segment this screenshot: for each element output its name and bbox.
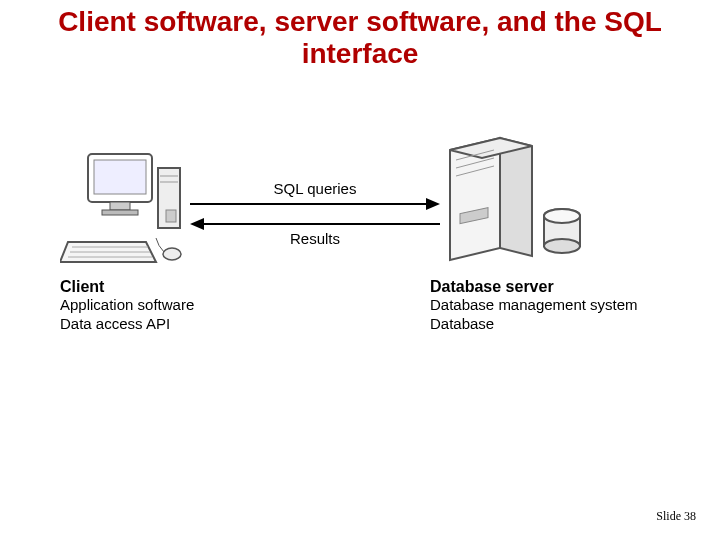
- slide-number: Slide 38: [656, 509, 696, 524]
- slide: Client software, server software, and th…: [0, 0, 720, 540]
- arrow-area: SQL queries Results: [190, 180, 440, 260]
- client-text-block: Client Application software Data access …: [60, 278, 194, 334]
- client-computer-icon: [60, 150, 190, 270]
- server-line-1: Database management system: [430, 296, 638, 315]
- svg-rect-7: [166, 210, 176, 222]
- client-line-2: Data access API: [60, 315, 194, 334]
- svg-point-22: [544, 239, 580, 253]
- arrow-label-results: Results: [190, 230, 440, 247]
- svg-point-23: [544, 209, 580, 223]
- server-line-2: Database: [430, 315, 638, 334]
- server-tower-icon: [430, 130, 590, 270]
- svg-rect-1: [94, 160, 146, 194]
- svg-marker-25: [426, 198, 440, 210]
- svg-rect-3: [102, 210, 138, 215]
- svg-marker-27: [190, 218, 204, 230]
- client-heading: Client: [60, 278, 194, 296]
- client-line-1: Application software: [60, 296, 194, 315]
- arrows-icon: [190, 180, 440, 260]
- svg-marker-14: [500, 138, 532, 256]
- svg-rect-2: [110, 202, 130, 210]
- architecture-diagram: SQL queries Results Client Application s…: [60, 150, 660, 380]
- slide-title: Client software, server software, and th…: [0, 6, 720, 70]
- server-heading: Database server: [430, 278, 638, 296]
- server-text-block: Database server Database management syst…: [430, 278, 638, 334]
- svg-point-12: [163, 248, 181, 260]
